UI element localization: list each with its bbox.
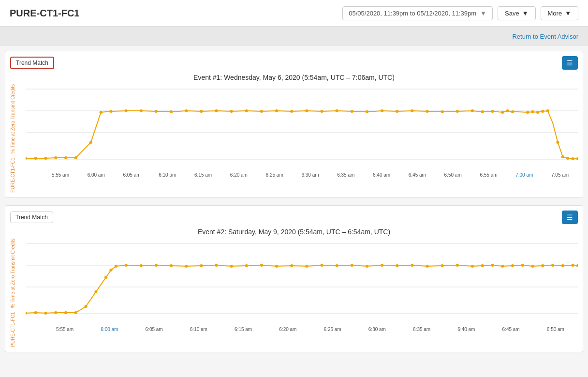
x-label: 6:20 am — [221, 172, 257, 178]
svg-point-40 — [471, 109, 474, 112]
svg-point-10 — [44, 157, 47, 160]
x-label: 6:25 am — [310, 327, 355, 332]
svg-point-95 — [426, 265, 428, 268]
x-label: 6:10 am — [176, 327, 221, 332]
x-label: 6:30 am — [293, 172, 328, 178]
svg-point-50 — [546, 109, 549, 112]
more-button[interactable]: More ▼ — [541, 6, 579, 20]
save-chevron-icon: ▼ — [522, 10, 529, 17]
svg-point-109 — [576, 264, 578, 267]
chart2-area: 30 20 10 0 — [26, 239, 578, 347]
svg-point-90 — [351, 264, 353, 267]
svg-point-34 — [381, 109, 383, 112]
svg-point-51 — [556, 141, 559, 144]
app-header: PURE-CT1-FC1 05/05/2020, 11:39pm to 05/1… — [0, 0, 588, 27]
svg-point-16 — [109, 110, 112, 113]
svg-point-65 — [34, 311, 37, 314]
svg-point-23 — [215, 109, 218, 112]
svg-point-69 — [74, 311, 77, 314]
svg-point-78 — [170, 264, 173, 267]
x-label: 6:00 am — [78, 172, 114, 178]
more-chevron-icon: ▼ — [565, 10, 571, 17]
chart2-svg-wrapper: 30 20 10 0 — [26, 239, 578, 326]
return-to-event-advisor-link[interactable]: Return to Event Advisor — [512, 33, 578, 40]
svg-point-105 — [541, 264, 544, 267]
chart-section-2: Trend Match ☰ Event #2: Saturday, May 9,… — [5, 205, 583, 352]
svg-point-100 — [491, 264, 494, 267]
svg-point-83 — [245, 264, 248, 267]
svg-point-9 — [34, 157, 37, 160]
date-range-selector[interactable]: 05/05/2020, 11:39pm to 05/12/2020, 11:39… — [342, 6, 493, 20]
sub-header-bar: Return to Event Advisor — [0, 27, 588, 46]
svg-point-27 — [275, 109, 278, 112]
svg-point-21 — [185, 109, 188, 112]
chart2-header: Trend Match ☰ — [10, 211, 578, 224]
chart2-svg: 30 20 10 0 — [26, 239, 578, 326]
x-label: 7:05 am — [542, 172, 578, 178]
x-label: 6:05 am — [132, 327, 176, 332]
svg-point-88 — [320, 264, 323, 267]
svg-point-80 — [200, 264, 203, 267]
x-label: 6:35 am — [399, 327, 444, 332]
svg-point-42 — [491, 110, 494, 113]
chart1-menu-button[interactable]: ☰ — [562, 56, 578, 70]
svg-point-44 — [506, 109, 509, 112]
x-label: 6:50 am — [435, 172, 471, 178]
chart2-title: Event #2: Saturday, May 9, 2020 (5:54am,… — [10, 228, 578, 236]
svg-point-45 — [511, 110, 514, 113]
trend-match-button-2[interactable]: Trend Match — [10, 211, 53, 223]
svg-point-24 — [230, 110, 233, 113]
svg-point-108 — [572, 264, 574, 267]
x-label: 6:40 am — [444, 327, 488, 332]
x-label: 6:40 am — [364, 172, 399, 178]
svg-point-38 — [441, 110, 444, 113]
svg-point-66 — [44, 312, 47, 315]
chart1-x-axis: 5:55 am 6:00 am 6:05 am 6:10 am 6:15 am … — [26, 171, 578, 178]
svg-point-94 — [411, 264, 413, 267]
x-label: 6:15 am — [221, 327, 265, 332]
svg-point-29 — [305, 109, 308, 112]
svg-point-35 — [396, 110, 398, 113]
x-label: 6:55 am — [471, 172, 507, 178]
svg-point-64 — [26, 312, 27, 315]
x-label: 6:50 am — [533, 327, 578, 332]
x-label: 5:55 am — [43, 327, 87, 332]
save-button[interactable]: Save ▼ — [498, 6, 536, 20]
svg-point-32 — [351, 110, 353, 113]
chart2-menu-button[interactable]: ☰ — [562, 211, 578, 224]
svg-point-13 — [74, 156, 77, 159]
svg-point-72 — [104, 276, 107, 279]
svg-point-107 — [561, 264, 564, 267]
svg-point-85 — [275, 265, 278, 268]
svg-point-15 — [100, 111, 103, 114]
svg-point-47 — [531, 110, 534, 113]
x-label: 6:25 am — [257, 172, 293, 178]
svg-point-36 — [411, 109, 413, 112]
trend-match-button-1[interactable]: Trend Match — [10, 57, 54, 69]
svg-point-87 — [305, 265, 308, 268]
svg-point-67 — [54, 311, 57, 314]
svg-point-17 — [125, 109, 128, 112]
date-range-value: 05/05/2020, 11:39pm to 05/12/2020, 11:39… — [349, 10, 476, 17]
chart1-svg-wrapper: 30 20 10 0 — [26, 84, 578, 171]
svg-point-77 — [155, 264, 158, 267]
chart1-svg: 30 20 10 0 — [26, 84, 578, 171]
x-label: 6:15 am — [185, 172, 221, 178]
svg-point-75 — [125, 264, 128, 267]
page-title: PURE-CT1-FC1 — [10, 8, 79, 19]
svg-point-33 — [366, 110, 368, 113]
more-label: More — [548, 10, 562, 17]
chart1-wrapper: PURE-CT1-FC1 % Time at Zero Transmit Cre… — [10, 84, 578, 193]
svg-point-25 — [245, 109, 248, 112]
svg-point-86 — [290, 264, 293, 267]
save-label: Save — [505, 10, 519, 17]
svg-point-30 — [320, 110, 323, 113]
svg-point-96 — [441, 264, 444, 267]
svg-point-68 — [64, 311, 67, 314]
x-label: 6:00 am — [87, 327, 132, 332]
x-label: 7:00 am — [506, 172, 542, 178]
svg-point-97 — [456, 264, 459, 267]
svg-point-39 — [456, 110, 459, 113]
chart2-wrapper: PURE-CT1-FC1 % Time at Zero Transmit Cre… — [10, 239, 578, 347]
x-label: 6:35 am — [328, 172, 364, 178]
